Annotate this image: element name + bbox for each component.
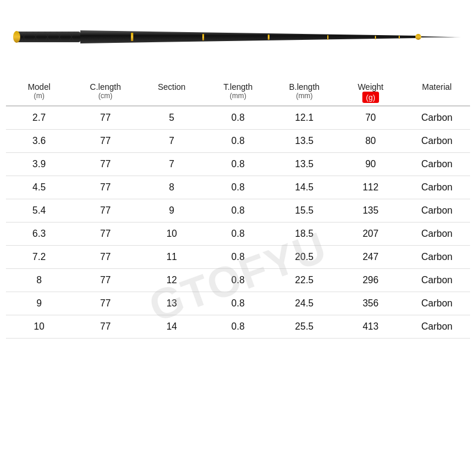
cell-blength: 25.5: [271, 315, 337, 339]
cell-blength: 24.5: [271, 292, 337, 315]
cell-model: 2.7: [6, 106, 72, 130]
cell-section: 8: [139, 176, 205, 199]
cell-tlength: 0.8: [205, 176, 271, 199]
cell-model: 3.6: [6, 130, 72, 153]
svg-marker-14: [421, 36, 461, 37]
cell-section: 9: [139, 199, 205, 223]
cell-tlength: 0.8: [205, 106, 271, 130]
svg-rect-20: [399, 36, 400, 39]
svg-rect-19: [375, 36, 376, 39]
table-row: 6.377100.818.5207Carbon: [6, 223, 470, 246]
svg-rect-16: [202, 34, 204, 40]
weight-unit-badge: (g): [362, 92, 379, 103]
svg-rect-18: [327, 35, 328, 40]
cell-tlength: 0.8: [205, 292, 271, 315]
table-row: 977130.824.5356Carbon: [6, 292, 470, 315]
cell-weight: 135: [337, 199, 403, 223]
cell-tlength: 0.8: [205, 130, 271, 153]
cell-model: 3.9: [6, 153, 72, 176]
cell-tlength: 0.8: [205, 315, 271, 339]
table-row: 7.277110.820.5247Carbon: [6, 246, 470, 269]
cell-section: 5: [139, 106, 205, 130]
cell-blength: 15.5: [271, 199, 337, 223]
cell-tlength: 0.8: [205, 246, 271, 269]
cell-blength: 20.5: [271, 246, 337, 269]
table-row: 2.77750.812.170Carbon: [6, 106, 470, 130]
table-row: 1077140.825.5413Carbon: [6, 315, 470, 339]
cell-section: 14: [139, 315, 205, 339]
table-row: 3.97770.813.590Carbon: [6, 153, 470, 176]
cell-tlength: 0.8: [205, 269, 271, 292]
cell-weight: 90: [337, 153, 403, 176]
cell-blength: 18.5: [271, 223, 337, 246]
cell-model: 7.2: [6, 246, 72, 269]
header-tlength: T.length (mm): [205, 77, 271, 106]
page-container: GTOFYU Model (m) C.length (cm) Section: [0, 0, 476, 476]
cell-material: Carbon: [404, 292, 470, 315]
svg-point-11: [13, 31, 20, 43]
svg-rect-15: [131, 33, 133, 41]
cell-clength: 77: [72, 106, 138, 130]
rod-image-area: [0, 0, 476, 77]
cell-section: 7: [139, 153, 205, 176]
cell-weight: 247: [337, 246, 403, 269]
cell-clength: 77: [72, 176, 138, 199]
header-section: Section: [139, 77, 205, 106]
cell-clength: 77: [72, 199, 138, 223]
cell-material: Carbon: [404, 106, 470, 130]
cell-material: Carbon: [404, 153, 470, 176]
cell-clength: 77: [72, 246, 138, 269]
cell-blength: 12.1: [271, 106, 337, 130]
svg-rect-17: [268, 35, 270, 40]
cell-blength: 13.5: [271, 153, 337, 176]
svg-point-13: [415, 34, 421, 40]
cell-weight: 112: [337, 176, 403, 199]
cell-tlength: 0.8: [205, 153, 271, 176]
cell-model: 10: [6, 315, 72, 339]
cell-material: Carbon: [404, 246, 470, 269]
cell-blength: 13.5: [271, 130, 337, 153]
cell-tlength: 0.8: [205, 199, 271, 223]
cell-clength: 77: [72, 269, 138, 292]
header-blength: B.length (mm): [271, 77, 337, 106]
table-row: 5.47790.815.5135Carbon: [6, 199, 470, 223]
cell-section: 13: [139, 292, 205, 315]
cell-clength: 77: [72, 292, 138, 315]
cell-tlength: 0.8: [205, 223, 271, 246]
svg-marker-12: [80, 30, 416, 43]
header-clength: C.length (cm): [72, 77, 138, 106]
spec-table: Model (m) C.length (cm) Section T.length…: [6, 77, 470, 339]
cell-clength: 77: [72, 223, 138, 246]
cell-section: 12: [139, 269, 205, 292]
table-header-row: Model (m) C.length (cm) Section T.length…: [6, 77, 470, 106]
cell-model: 4.5: [6, 176, 72, 199]
cell-material: Carbon: [404, 223, 470, 246]
cell-material: Carbon: [404, 199, 470, 223]
cell-model: 8: [6, 269, 72, 292]
header-weight: Weight (g): [337, 77, 403, 106]
cell-model: 6.3: [6, 223, 72, 246]
cell-blength: 14.5: [271, 176, 337, 199]
cell-material: Carbon: [404, 269, 470, 292]
table-row: 877120.822.5296Carbon: [6, 269, 470, 292]
table-row: 4.57780.814.5112Carbon: [6, 176, 470, 199]
cell-weight: 80: [337, 130, 403, 153]
cell-section: 10: [139, 223, 205, 246]
table-row: 3.67770.813.580Carbon: [6, 130, 470, 153]
cell-clength: 77: [72, 130, 138, 153]
rod-svg: [12, 15, 464, 62]
cell-model: 9: [6, 292, 72, 315]
cell-section: 11: [139, 246, 205, 269]
cell-material: Carbon: [404, 315, 470, 339]
cell-weight: 207: [337, 223, 403, 246]
cell-model: 5.4: [6, 199, 72, 223]
cell-blength: 22.5: [271, 269, 337, 292]
header-material: Material: [404, 77, 470, 106]
header-model: Model (m): [6, 77, 72, 106]
cell-weight: 70: [337, 106, 403, 130]
cell-clength: 77: [72, 315, 138, 339]
cell-weight: 356: [337, 292, 403, 315]
spec-table-wrapper: GTOFYU Model (m) C.length (cm) Section: [0, 77, 476, 476]
cell-section: 7: [139, 130, 205, 153]
cell-clength: 77: [72, 153, 138, 176]
